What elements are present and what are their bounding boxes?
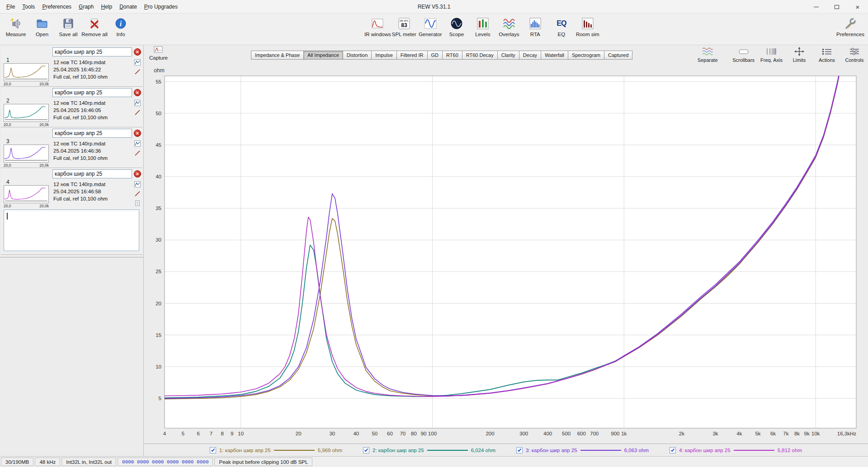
open-button[interactable]: Open — [29, 14, 55, 37]
measurement-graph-icon[interactable] — [134, 59, 141, 65]
maximize-button[interactable] — [826, 0, 847, 14]
save-all-button[interactable]: Save all — [55, 14, 81, 37]
remove-icon — [88, 17, 101, 30]
measurement-name-input[interactable] — [52, 88, 132, 97]
tab-clarity[interactable]: Clarity — [497, 51, 519, 60]
limits-button[interactable]: Limits — [788, 47, 810, 63]
tab-waterfall[interactable]: Waterfall — [541, 51, 568, 60]
delete-measurement-button[interactable]: × — [134, 89, 141, 96]
legend-checkbox-4[interactable] — [670, 447, 676, 453]
tab-impulse[interactable]: Impulse — [371, 51, 397, 60]
preferences-button[interactable]: Preferences — [836, 14, 864, 37]
graph-tab-bar: Impedance & Phase All Impedance Distorti… — [251, 51, 632, 60]
freq-axis-button[interactable]: Freq. Axis — [760, 47, 783, 63]
legend-checkbox-2[interactable] — [363, 447, 369, 453]
chart-canvas[interactable]: 5101520253035404550554567891020304050607… — [144, 66, 868, 444]
scrollbars-button[interactable]: Scrollbars — [732, 47, 755, 63]
ir-windows-button[interactable]: IR windows — [364, 14, 391, 37]
svg-text:7: 7 — [210, 431, 212, 436]
info-button[interactable]: i Info — [108, 14, 134, 37]
controls-button[interactable]: Controls — [844, 47, 865, 63]
measurement-name-input[interactable] — [52, 47, 132, 56]
minimize-icon — [814, 7, 819, 7]
menu-tools[interactable]: Tools — [19, 1, 38, 12]
legend-label[interactable]: 2: карбон шир апр 25 — [373, 448, 424, 453]
legend-label[interactable]: 1: карбон шир апр 25 — [219, 448, 271, 453]
menu-file[interactable]: File — [3, 1, 19, 12]
tab-gd[interactable]: GD — [427, 51, 443, 60]
legend-checkbox-1[interactable] — [210, 447, 216, 453]
measurement-thumbnail[interactable] — [4, 185, 49, 203]
menu-preferences[interactable]: Preferences — [38, 1, 75, 12]
measurement-thumbnail[interactable] — [4, 104, 49, 122]
impedance-chart[interactable]: 5101520253035404550554567891020304050607… — [144, 66, 868, 444]
rta-button[interactable]: RTA — [522, 14, 548, 37]
tab-distortion[interactable]: Distortion — [343, 51, 372, 60]
notes-icon[interactable] — [134, 200, 141, 206]
delete-measurement-button[interactable]: × — [134, 170, 141, 177]
svg-text:40: 40 — [353, 431, 359, 436]
actions-button[interactable]: Actions — [816, 47, 838, 63]
measurement-sidebar: Collapse« × 1 20,0 20,0k 12 нов ТС 140гр… — [0, 45, 144, 456]
legend-label[interactable]: 4: карбон шир апр 25 — [679, 448, 731, 453]
svg-text:600: 600 — [577, 431, 586, 436]
tab-all-impedance[interactable]: All Impedance — [303, 51, 343, 60]
close-button[interactable]: × — [847, 0, 868, 14]
trace-style-icon[interactable] — [134, 150, 141, 156]
levels-button[interactable]: Levels — [470, 14, 496, 37]
menu-pro-upgrades[interactable]: Pro Upgrades — [141, 1, 181, 12]
measurement-number: 3 — [5, 138, 10, 145]
trace-style-icon[interactable] — [134, 109, 141, 116]
measurement-file: 12 нов ТС 140гр.mdat — [53, 59, 133, 66]
separate-button[interactable]: Separate — [697, 47, 718, 63]
measurement-card-2[interactable]: × 2 20,0 20,0k 12 нов ТС 140гр.mdat 25.0… — [1, 87, 142, 127]
legend-value: 5,969 ohm — [318, 448, 342, 453]
delete-measurement-button[interactable]: × — [134, 130, 141, 137]
minimize-button[interactable] — [806, 0, 826, 14]
measurement-card-1[interactable]: × 1 20,0 20,0k 12 нов ТС 140гр.mdat 25.0… — [1, 46, 142, 87]
svg-text:50: 50 — [156, 111, 161, 116]
room-sim-button[interactable]: Room sim — [575, 14, 601, 37]
overlays-button[interactable]: Overlays — [496, 14, 522, 37]
tab-impedance-phase[interactable]: Impedance & Phase — [251, 51, 304, 60]
measure-icon — [9, 17, 23, 30]
measurement-thumbnail[interactable] — [4, 145, 49, 163]
delete-measurement-button[interactable]: × — [134, 48, 141, 56]
menu-help[interactable]: Help — [97, 1, 116, 12]
check-icon — [211, 448, 215, 452]
measurement-name-input[interactable] — [52, 169, 132, 178]
tab-filtered-ir[interactable]: Filtered IR — [396, 51, 428, 60]
spl-meter-button[interactable]: dB SPL83 SPL meter — [391, 14, 417, 37]
tab-rt60[interactable]: RT60 — [442, 51, 462, 60]
trace-style-icon[interactable] — [134, 69, 141, 75]
measurement-graph-icon[interactable] — [134, 181, 141, 187]
legend-line-swatch — [734, 450, 774, 451]
trace-style-icon[interactable] — [134, 191, 141, 197]
scope-button[interactable]: Scope — [443, 14, 470, 37]
capture-button[interactable]: Capture — [149, 46, 168, 61]
notes-textarea[interactable] — [4, 210, 139, 251]
remove-all-button[interactable]: Remove all — [81, 14, 108, 37]
menu-graph[interactable]: Graph — [75, 1, 97, 12]
tab-decay[interactable]: Decay — [519, 51, 541, 60]
scrollbars-icon — [738, 47, 750, 56]
svg-text:16,3kHz: 16,3kHz — [837, 431, 856, 436]
tab-spectrogram[interactable]: Spectrogram — [568, 51, 604, 60]
menu-donate[interactable]: Donate — [116, 1, 141, 12]
measurement-card-3[interactable]: × 3 20,0 20,0k 12 нов ТС 140гр.mdat 25.0… — [1, 127, 142, 168]
svg-text:5: 5 — [159, 396, 161, 401]
measurement-file: 12 нов ТС 140гр.mdat — [53, 99, 133, 107]
measurement-thumbnail[interactable] — [4, 63, 49, 81]
tab-captured[interactable]: Captured — [604, 51, 632, 60]
measurement-card-4[interactable]: × 4 20,0 20,0k 12 нов ТС 140гр.mdat 25.0… — [1, 168, 142, 255]
measurement-graph-icon[interactable] — [134, 100, 141, 106]
generator-button[interactable]: Generator — [417, 14, 443, 37]
measure-button[interactable]: Measure — [3, 14, 29, 37]
tab-rt60-decay[interactable]: RT60 Decay — [462, 51, 498, 60]
legend-label[interactable]: 3: карбон шир апр 25 — [526, 448, 577, 453]
eq-button[interactable]: EQ EQ — [548, 14, 575, 37]
thumb-axis-min: 20,0 — [4, 82, 11, 86]
measurement-graph-icon[interactable] — [134, 140, 141, 147]
measurement-name-input[interactable] — [52, 129, 132, 138]
legend-checkbox-3[interactable] — [516, 447, 523, 453]
